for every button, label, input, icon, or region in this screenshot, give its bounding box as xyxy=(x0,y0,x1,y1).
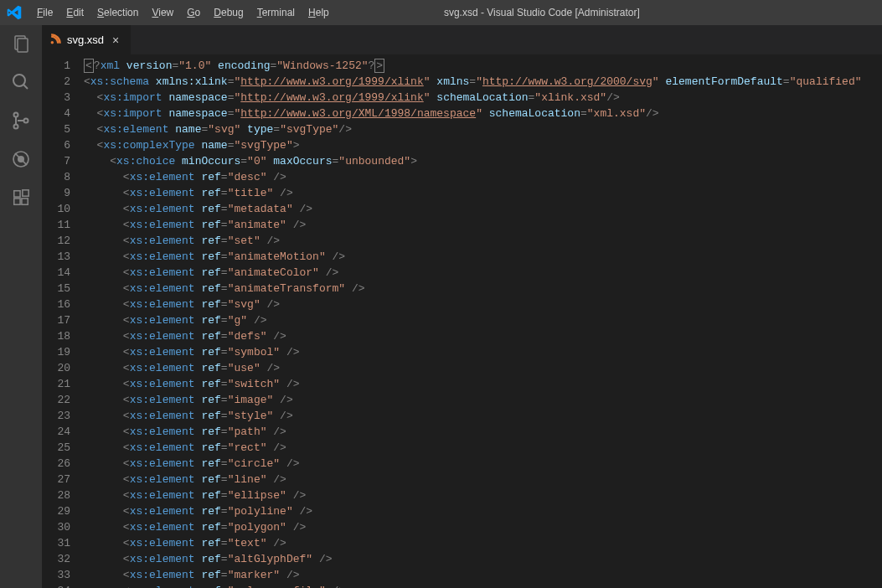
code-line[interactable]: <xs:element ref="line" /> xyxy=(84,472,882,487)
code-line[interactable]: <xs:import namespace="http://www.w3.org/… xyxy=(84,106,882,121)
code-line[interactable]: <xs:element ref="text" /> xyxy=(84,535,882,551)
code-line[interactable]: <xs:element ref="metadata" /> xyxy=(84,201,882,217)
menu-help[interactable]: Help xyxy=(302,3,336,22)
code-editor[interactable]: 1234567891011121314151617181920212223242… xyxy=(42,54,882,588)
activity-bar xyxy=(0,25,42,588)
code-line[interactable]: <xs:element ref="g" /> xyxy=(84,312,882,328)
menu-terminal[interactable]: Terminal xyxy=(250,3,302,22)
code-line[interactable]: <?xml version="1.0" encoding="Windows-12… xyxy=(84,58,882,74)
code-line[interactable]: <xs:element ref="switch" /> xyxy=(84,376,882,392)
code-line[interactable]: <xs:element ref="marker" /> xyxy=(84,567,882,583)
code-line[interactable]: <xs:element ref="circle" /> xyxy=(84,456,882,472)
close-icon[interactable]: × xyxy=(109,34,122,47)
code-line[interactable]: <xs:element name="svg" type="svgType"/> xyxy=(84,121,882,137)
svg-point-4 xyxy=(14,113,18,117)
window-title: svg.xsd - Visual Studio Code [Administra… xyxy=(336,7,882,18)
code-line[interactable]: <xs:element ref="desc" /> xyxy=(84,169,882,185)
menu-selection[interactable]: Selection xyxy=(90,3,145,22)
code-line[interactable]: <xs:element ref="image" /> xyxy=(84,392,882,408)
svg-rect-13 xyxy=(23,190,28,196)
svg-point-2 xyxy=(13,75,25,86)
extensions-icon[interactable] xyxy=(11,188,31,208)
line-number-gutter: 1234567891011121314151617181920212223242… xyxy=(42,54,84,588)
code-line[interactable]: <xs:element ref="set" /> xyxy=(84,233,882,249)
code-content[interactable]: <?xml version="1.0" encoding="Windows-12… xyxy=(84,54,882,588)
svg-point-9 xyxy=(18,156,24,162)
code-line[interactable]: <xs:element ref="color-profile" /> xyxy=(84,583,882,588)
editor-group: svg.xsd × 123456789101112131415161718192… xyxy=(42,25,882,588)
menu-bar: FileEditSelectionViewGoDebugTerminalHelp xyxy=(30,3,336,22)
svg-point-14 xyxy=(51,41,54,44)
code-line[interactable]: <xs:schema xmlns:xlink="http://www.w3.or… xyxy=(84,74,882,90)
code-line[interactable]: <xs:choice minOccurs="0" maxOccurs="unbo… xyxy=(84,153,882,169)
menu-view[interactable]: View xyxy=(145,3,180,22)
code-line[interactable]: <xs:element ref="use" /> xyxy=(84,360,882,376)
code-line[interactable]: <xs:element ref="animateMotion" /> xyxy=(84,249,882,265)
code-line[interactable]: <xs:element ref="ellipse" /> xyxy=(84,487,882,503)
tab-svg-xsd[interactable]: svg.xsd × xyxy=(42,25,131,54)
svg-rect-10 xyxy=(14,191,20,197)
debug-icon[interactable] xyxy=(11,149,31,169)
code-line[interactable]: <xs:element ref="symbol" /> xyxy=(84,344,882,360)
menu-go[interactable]: Go xyxy=(180,3,207,22)
svg-line-3 xyxy=(23,85,28,89)
svg-rect-1 xyxy=(18,39,28,52)
code-line[interactable]: <xs:element ref="style" /> xyxy=(84,408,882,424)
rss-file-icon xyxy=(50,33,62,47)
source-control-icon[interactable] xyxy=(11,111,31,131)
menu-edit[interactable]: Edit xyxy=(59,3,90,22)
svg-rect-12 xyxy=(22,199,28,204)
search-icon[interactable] xyxy=(11,72,31,92)
code-line[interactable]: <xs:import namespace="http://www.w3.org/… xyxy=(84,90,882,106)
code-line[interactable]: <xs:element ref="title" /> xyxy=(84,185,882,201)
code-line[interactable]: <xs:element ref="path" /> xyxy=(84,424,882,440)
svg-rect-11 xyxy=(14,199,20,204)
menu-debug[interactable]: Debug xyxy=(207,3,250,22)
code-line[interactable]: <xs:element ref="animateTransform" /> xyxy=(84,281,882,297)
code-line[interactable]: <xs:element ref="animateColor" /> xyxy=(84,265,882,281)
svg-point-5 xyxy=(14,125,18,129)
explorer-icon[interactable] xyxy=(11,34,31,54)
code-line[interactable]: <xs:complexType name="svgType"> xyxy=(84,137,882,153)
code-line[interactable]: <xs:element ref="defs" /> xyxy=(84,328,882,344)
code-line[interactable]: <xs:element ref="animate" /> xyxy=(84,217,882,233)
code-line[interactable]: <xs:element ref="altGlyphDef" /> xyxy=(84,551,882,567)
svg-point-6 xyxy=(24,119,28,123)
code-line[interactable]: <xs:element ref="polyline" /> xyxy=(84,503,882,519)
code-line[interactable]: <xs:element ref="svg" /> xyxy=(84,297,882,312)
code-line[interactable]: <xs:element ref="rect" /> xyxy=(84,440,882,456)
code-line[interactable]: <xs:element ref="polygon" /> xyxy=(84,519,882,535)
menu-file[interactable]: File xyxy=(30,3,59,22)
tab-label: svg.xsd xyxy=(67,34,104,46)
tab-bar: svg.xsd × xyxy=(42,25,882,54)
vscode-logo-icon xyxy=(7,5,22,20)
title-bar: FileEditSelectionViewGoDebugTerminalHelp… xyxy=(0,0,882,25)
